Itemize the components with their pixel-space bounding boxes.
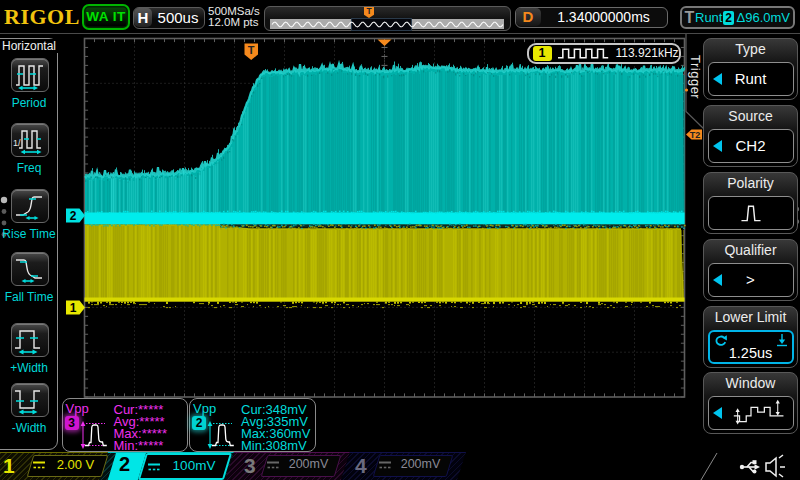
svg-text:T2: T2 [690, 130, 701, 140]
svg-text:2: 2 [70, 209, 77, 223]
svg-text:1: 1 [70, 301, 77, 315]
svg-text:1/: 1/ [13, 138, 21, 148]
svg-text:T: T [248, 44, 255, 56]
